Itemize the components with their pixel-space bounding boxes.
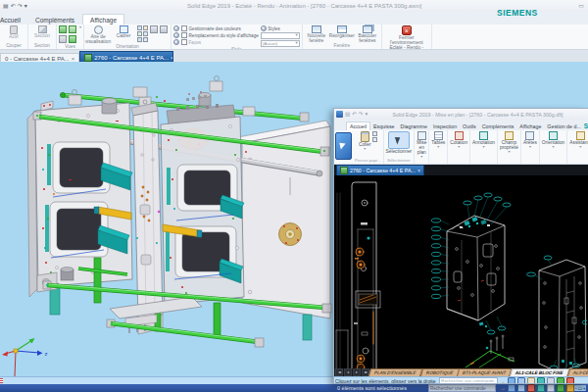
- sheet-setup-icon[interactable]: [547, 377, 555, 385]
- select-tool-icon[interactable]: [537, 384, 545, 392]
- view-cube-icon[interactable]: [69, 35, 76, 43]
- zoom-fit-icon[interactable]: [537, 377, 545, 385]
- warning-icon[interactable]: [566, 384, 574, 392]
- mise-en-plan-button[interactable]: Mise en plan: [416, 131, 426, 159]
- rotate-icon[interactable]: [143, 31, 148, 36]
- redo-icon[interactable]: [359, 112, 364, 118]
- save-icon[interactable]: [345, 112, 350, 118]
- command-search-input[interactable]: [428, 384, 496, 392]
- undo-icon[interactable]: [352, 112, 357, 118]
- faces-option[interactable]: Faces: [181, 39, 259, 45]
- champ-propriete-button[interactable]: Champ propriété: [500, 131, 518, 154]
- qat-customize-icon[interactable]: [24, 3, 27, 9]
- sheet-tab-active[interactable]: AL1-CALE BLOC FIXE: [510, 368, 569, 376]
- previous-view-icon[interactable]: [143, 37, 148, 42]
- iso-view-icon[interactable]: [150, 25, 158, 33]
- cadrer-button[interactable]: Cadrer: [112, 25, 135, 38]
- view-cube-icon[interactable]: [59, 25, 67, 33]
- aire-visualisation-button[interactable]: Aire de visualisation: [86, 25, 110, 44]
- gestionnaire-couleurs-option[interactable]: Gestionnaire des couleurs: [181, 25, 259, 31]
- tab-affichage[interactable]: Affichage: [82, 14, 124, 24]
- command-search-input[interactable]: [439, 377, 498, 384]
- zoom-in-icon[interactable]: [137, 25, 142, 30]
- close-icon[interactable]: ×: [72, 56, 75, 62]
- tables-button[interactable]: Tables: [431, 131, 445, 149]
- zoom-area-icon[interactable]: [527, 377, 535, 385]
- draft-window[interactable]: Solid Edge 2019 - Mise en plan - [2760 -…: [333, 108, 588, 384]
- zoom-out-icon[interactable]: [143, 25, 148, 30]
- reorganiser-button[interactable]: Réorganiser: [330, 25, 354, 38]
- tab-diagramme[interactable]: Diagramme: [398, 122, 430, 130]
- look-at-icon[interactable]: [137, 37, 142, 42]
- drafting-sheet: [334, 175, 587, 368]
- basculer-fenetres-button[interactable]: Basculer fenêtres: [356, 25, 379, 43]
- render-style-icon[interactable]: [173, 39, 179, 45]
- window-icon[interactable]: [508, 377, 515, 385]
- tab-accueil[interactable]: Accueil: [346, 122, 370, 130]
- application-button[interactable]: [335, 132, 352, 160]
- wireframe-style-icon[interactable]: [173, 32, 179, 38]
- save-icon[interactable]: [3, 3, 9, 9]
- tab-esquisse[interactable]: Esquisse: [370, 122, 398, 130]
- nouvelle-fenetre-button[interactable]: Nouvelle fenêtre: [305, 25, 328, 43]
- style-override-combobox[interactable]: [261, 32, 300, 39]
- tab-complements[interactable]: Compléments: [28, 15, 81, 24]
- window-icon[interactable]: [508, 384, 515, 392]
- alerts-icon[interactable]: [527, 384, 535, 392]
- close-icon[interactable]: ×: [171, 55, 173, 61]
- views-icon[interactable]: [517, 384, 525, 392]
- shaded-style-icon[interactable]: [173, 25, 179, 31]
- cut-icon[interactable]: [372, 131, 377, 136]
- pan-icon[interactable]: [517, 377, 525, 385]
- fermer-environnement-button[interactable]: Fermer l'environnement Eclaté - Rendu - …: [384, 25, 429, 50]
- faces-combobox[interactable]: (Aucun): [261, 40, 300, 47]
- first-sheet-icon[interactable]: [335, 368, 343, 376]
- cotation-button[interactable]: Cotation: [450, 131, 467, 149]
- sheet-tab[interactable]: AL2-CE MOBILE: [567, 368, 588, 376]
- tab-gestion[interactable]: Gestion de d...: [544, 122, 583, 130]
- window-controls-icon[interactable]: [578, 3, 588, 9]
- dimetric-view-icon[interactable]: [160, 25, 168, 33]
- tab-affichage[interactable]: Affichage: [516, 122, 544, 130]
- drafting-canvas[interactable]: [334, 175, 588, 368]
- zoom-controls[interactable]: [574, 385, 586, 391]
- undo-icon[interactable]: [11, 3, 16, 9]
- view-cube-icon[interactable]: [69, 25, 76, 33]
- tab-outils[interactable]: Outils: [460, 122, 479, 130]
- vues-more-icon[interactable]: [79, 25, 81, 29]
- sheet-tab[interactable]: BT1-PLAQUE AVANT: [457, 368, 513, 376]
- guide-pillar-bottom-front[interactable]: [107, 319, 264, 347]
- annotation-button[interactable]: Annotation: [472, 131, 495, 149]
- tab-complements[interactable]: Compléments: [479, 122, 517, 130]
- zoom-in-icon[interactable]: [583, 386, 586, 391]
- doc-tab-active[interactable]: 2760 - Carcasse 4+4 E PA... ×: [336, 165, 424, 176]
- ok-icon[interactable]: [557, 384, 564, 392]
- next-command-icon[interactable]: [500, 378, 506, 384]
- close-icon[interactable]: ×: [417, 168, 420, 173]
- assistants-button[interactable]: Assistants: [569, 131, 588, 149]
- sheet-icon[interactable]: [547, 384, 555, 392]
- styles-button[interactable]: Styles: [261, 25, 300, 31]
- pan-icon[interactable]: [137, 31, 142, 36]
- tab-inspection[interactable]: Inspection: [430, 122, 460, 130]
- refresh-icon[interactable]: [557, 377, 564, 385]
- next-command-icon[interactable]: [500, 385, 506, 391]
- actif-button[interactable]: Actif: [2, 25, 25, 39]
- prev-sheet-icon[interactable]: [344, 368, 352, 376]
- next-sheet-icon[interactable]: [353, 368, 361, 376]
- orientation-button[interactable]: Orientation: [542, 131, 564, 149]
- redo-icon[interactable]: [18, 3, 23, 9]
- copy-icon[interactable]: [372, 137, 377, 142]
- aretes-button[interactable]: Arêtes: [523, 131, 537, 149]
- sheet-tab[interactable]: PLAN D'ENSEMBLE: [368, 368, 422, 376]
- section-button[interactable]: Section: [30, 25, 54, 38]
- abort-icon[interactable]: [566, 377, 574, 385]
- view-cube-icon[interactable]: [59, 35, 67, 43]
- coller-button[interactable]: Coller: [359, 131, 371, 151]
- qat-customize-icon[interactable]: [365, 112, 368, 118]
- fit-view-icon[interactable]: [578, 386, 583, 391]
- remplacement-style-option[interactable]: Remplacement du style d'affichage: [181, 32, 259, 38]
- selectionner-button[interactable]: Sélectionner: [386, 131, 413, 154]
- sheet-tab[interactable]: ROBOTIQUE: [419, 368, 459, 376]
- tab-accueil[interactable]: Accueil: [0, 15, 27, 24]
